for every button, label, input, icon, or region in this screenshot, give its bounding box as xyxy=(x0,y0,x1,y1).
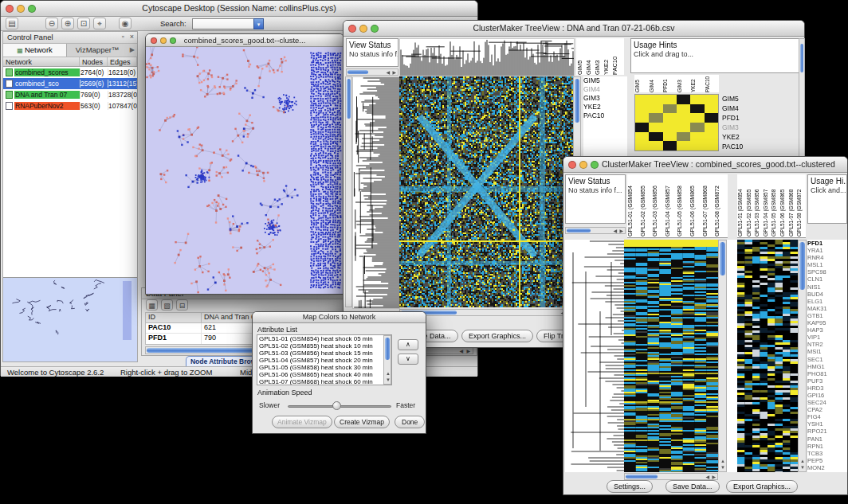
summary-vscrollbar[interactable] xyxy=(799,38,805,166)
gene-label[interactable]: HMG1 xyxy=(807,363,847,370)
gene-label[interactable]: MSI1 xyxy=(807,348,847,355)
zoom-selected-icon[interactable]: ⌖ xyxy=(93,18,106,29)
close-button[interactable] xyxy=(568,161,576,169)
close-panel-icon[interactable]: × xyxy=(130,33,134,41)
scroll-left-icon[interactable]: ◀ xyxy=(459,349,463,354)
zoom-button[interactable] xyxy=(28,5,36,13)
scroll-right-icon[interactable]: ▶ xyxy=(619,229,623,234)
delete-attribute-icon[interactable]: ⊟ xyxy=(176,299,188,311)
treeview-dna-titlebar[interactable]: ClusterMaker TreeView : DNA and Tran 07-… xyxy=(344,21,804,37)
scroll-thumb[interactable] xyxy=(575,79,579,123)
attribute-list-vscrollbar[interactable]: ▲ ▼ xyxy=(383,335,391,385)
minimize-button[interactable] xyxy=(359,25,367,33)
move-down-button[interactable]: ∨ xyxy=(398,354,418,365)
scroll-thumb[interactable] xyxy=(385,338,390,360)
scroll-thumb[interactable] xyxy=(720,242,725,275)
attribute-item[interactable]: GPL51-05 (GSM858) heat shock 30 min xyxy=(257,364,391,371)
gene-label[interactable]: PEP5 xyxy=(807,457,847,464)
col-nodes[interactable]: Nodes xyxy=(80,57,108,66)
create-attribute-icon[interactable]: ▧ xyxy=(161,299,173,311)
scroll-left-icon[interactable]: ◀ xyxy=(705,475,709,480)
gene-label[interactable]: RNR4 xyxy=(807,254,847,261)
save-data-button[interactable]: Save Data... xyxy=(665,480,720,493)
close-button[interactable] xyxy=(348,25,356,33)
dendro-hscrollbar[interactable]: ◀ ▶ xyxy=(346,68,398,76)
gene-label[interactable]: YRA1 xyxy=(807,247,847,254)
gene-label[interactable]: TCB3 xyxy=(807,450,847,457)
minimize-button[interactable] xyxy=(579,161,587,169)
network-row[interactable]: RNAPuberNov2563(0)107847(0) xyxy=(3,100,137,111)
gene-label[interactable]: PUF3 xyxy=(807,377,847,385)
network-row[interactable]: combined_scores2764(0)16218(0) xyxy=(3,67,137,78)
annotation-icon[interactable]: ◉ xyxy=(119,18,132,29)
zoom-out-icon[interactable]: ⊖ xyxy=(45,18,58,29)
scroll-right-icon[interactable]: ▶ xyxy=(392,70,396,76)
selected-heatmap-vscrollbar[interactable]: ▲ ▼ xyxy=(798,240,807,472)
heatmap-hscrollbar[interactable]: ◀ ▶ xyxy=(624,473,718,480)
network-row[interactable]: DNA and Tran 07769(0)183728(0) xyxy=(3,89,137,100)
animation-speed-slider-thumb[interactable] xyxy=(332,401,341,410)
scroll-thumb[interactable] xyxy=(567,229,591,232)
gene-label[interactable]: MSL1 xyxy=(807,261,847,268)
selected-genes-heatmap-canvas[interactable] xyxy=(737,240,798,472)
row-dendrogram-canvas[interactable] xyxy=(565,240,624,472)
dendro-hscrollbar[interactable]: ◀ ▶ xyxy=(565,227,626,234)
similarity-matrix[interactable] xyxy=(634,94,719,151)
scroll-thumb[interactable] xyxy=(800,44,803,72)
scroll-left-icon[interactable]: ◀ xyxy=(386,70,390,76)
done-button[interactable]: Done xyxy=(395,416,425,428)
gene-label[interactable]: FIG4 xyxy=(807,413,847,420)
gene-label[interactable]: VIP1 xyxy=(807,334,847,341)
zoom-button[interactable] xyxy=(591,161,599,169)
gene-label[interactable]: CLN1 xyxy=(807,275,847,283)
scroll-thumb[interactable] xyxy=(799,242,805,290)
scroll-thumb[interactable] xyxy=(347,79,351,119)
float-panel-icon[interactable]: ▫ xyxy=(122,33,124,41)
gene-label[interactable]: SPC98 xyxy=(807,268,847,275)
zoom-fit-icon[interactable]: ⊡ xyxy=(77,18,90,29)
gene-label[interactable]: PHO81 xyxy=(807,370,847,377)
heatmap-vscrollbar[interactable]: ▲ ▼ xyxy=(718,240,727,472)
attribute-list[interactable]: GPL51-01 (GSM854) heat shock 05 minGPL51… xyxy=(257,334,392,385)
export-graphics-button[interactable]: Export Graphics... xyxy=(461,330,533,342)
create-vizmap-button[interactable]: Create Vizmap xyxy=(334,416,390,428)
row-dendrogram-canvas[interactable] xyxy=(352,76,400,309)
gene-label[interactable]: NTR2 xyxy=(807,341,847,348)
gene-label[interactable]: RPN1 xyxy=(807,443,847,450)
attribute-item[interactable]: GPL51-04 (GSM857) heat shock 20 min xyxy=(257,357,391,364)
scroll-up-icon[interactable]: ▲ xyxy=(800,459,805,464)
gene-label[interactable]: HAP3 xyxy=(807,326,847,334)
tab-network[interactable]: ▦ Network xyxy=(3,44,67,57)
gene-label[interactable]: MAK31 xyxy=(807,305,847,312)
zoom-in-icon[interactable]: ⊕ xyxy=(61,18,74,29)
network-view-titlebar[interactable]: combined_scores_good.txt--cluste... xyxy=(146,34,344,47)
minimize-button[interactable] xyxy=(160,37,167,44)
gene-label[interactable]: CPA2 xyxy=(807,406,847,413)
animate-vizmap-button[interactable]: Animate Vizmap xyxy=(272,416,332,428)
gene-label[interactable]: HRD3 xyxy=(807,385,847,392)
move-up-button[interactable]: ∧ xyxy=(398,339,418,350)
gene-label[interactable]: YSH1 xyxy=(807,420,847,428)
gene-label[interactable]: PFD1 xyxy=(807,240,847,247)
gene-label[interactable]: MON2 xyxy=(807,464,847,471)
col-edges[interactable]: Edges xyxy=(108,57,137,66)
column-dendrogram-canvas[interactable] xyxy=(399,38,575,76)
scroll-thumb[interactable] xyxy=(626,475,658,479)
tab-overflow-icon[interactable]: ▶ xyxy=(128,44,137,57)
scroll-down-icon[interactable]: ▼ xyxy=(386,377,391,383)
col-network[interactable]: Network xyxy=(3,57,80,66)
dialog-titlebar[interactable]: Map Colors to Network xyxy=(253,312,426,323)
gene-label[interactable]: GPI16 xyxy=(807,392,847,399)
attribute-item[interactable]: GPL51-01 (GSM854) heat shock 05 min xyxy=(257,335,391,342)
close-button[interactable] xyxy=(151,37,157,44)
scroll-thumb[interactable] xyxy=(347,70,368,74)
main-titlebar[interactable]: Cytoscape Desktop (Session Name: collins… xyxy=(1,1,477,17)
export-graphics-button[interactable]: Export Graphics... xyxy=(726,480,798,493)
treeview-combined-titlebar[interactable]: ClusterMaker TreeView : combined_scores_… xyxy=(563,157,847,173)
tab-vizmapper[interactable]: VizMapper™ xyxy=(67,44,128,57)
gene-label[interactable]: RPO21 xyxy=(807,428,847,435)
gene-label[interactable]: KAP95 xyxy=(807,319,847,326)
scroll-left-icon[interactable]: ◀ xyxy=(613,229,617,234)
zoom-button[interactable] xyxy=(371,25,379,33)
attribute-item[interactable]: GPL51-07 (GSM868) heat shock 60 min xyxy=(257,378,391,385)
